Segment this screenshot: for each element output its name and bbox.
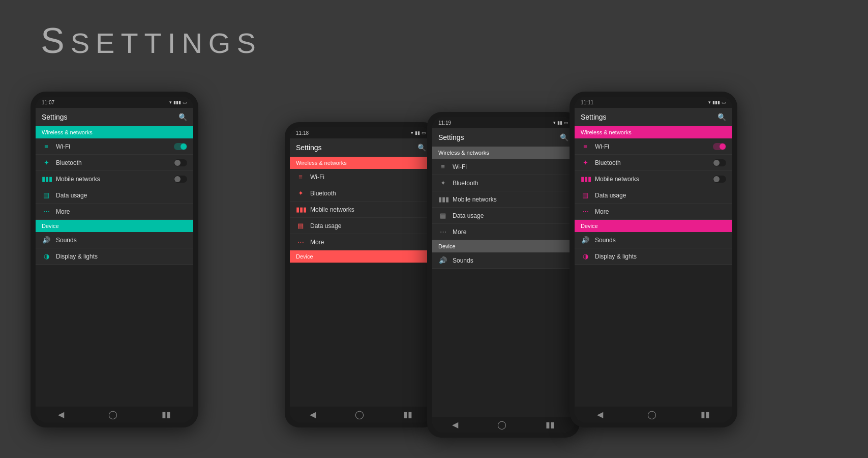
list-item-sounds-3[interactable]: 🔊 Sounds <box>432 252 575 269</box>
list-item-wifi-1[interactable]: ≡ Wi-Fi <box>36 138 193 155</box>
sounds-label-3: Sounds <box>453 257 568 264</box>
status-time-3: 11:19 <box>438 120 451 126</box>
app-bar-3: Settings 🔍 <box>432 128 575 147</box>
phone-3-screen: 11:19 ▾ ▮▮ ▭ Settings 🔍 Wireless & netwo… <box>432 117 575 433</box>
mobile-label-4: Mobile networks <box>595 176 708 183</box>
data-icon-3: ▤ <box>438 212 447 219</box>
search-button-1[interactable]: 🔍 <box>178 113 187 121</box>
cell-signal-icon-3: ▮▮ <box>557 120 562 125</box>
mobile-label-3: Mobile networks <box>453 196 568 203</box>
list-item-mobile-4[interactable]: ▮▮▮ Mobile networks <box>575 171 732 187</box>
app-bar-2: Settings 🔍 <box>290 138 432 157</box>
settings-list-2: Wireless & networks ≡ Wi-Fi ✦ Bluetooth … <box>290 157 432 263</box>
list-item-data-3[interactable]: ▤ Data usage <box>432 208 575 224</box>
data-icon-2: ▤ <box>296 222 305 230</box>
recents-nav-3[interactable]: ▮▮ <box>546 420 555 430</box>
nav-bar-3: ◀ ◯ ▮▮ <box>432 417 575 433</box>
sounds-label-1: Sounds <box>56 237 187 244</box>
app-bar-4: Settings 🔍 <box>575 108 732 126</box>
bluetooth-label-4: Bluetooth <box>595 159 708 166</box>
mobile-icon-1: ▮▮▮ <box>42 175 51 183</box>
wifi-label-4: Wi-Fi <box>595 143 708 150</box>
back-nav-4[interactable]: ◀ <box>597 410 603 419</box>
status-bar-2: 11:18 ▾ ▮▮ ▭ <box>290 127 432 138</box>
recents-nav-4[interactable]: ▮▮ <box>701 410 710 419</box>
list-item-bluetooth-2[interactable]: ✦ Bluetooth <box>290 185 432 202</box>
wifi-toggle-1[interactable] <box>174 143 187 150</box>
section-device-4: Device <box>575 220 732 232</box>
back-nav-2[interactable]: ◀ <box>310 410 316 419</box>
home-nav-3[interactable]: ◯ <box>497 420 506 430</box>
search-button-4[interactable]: 🔍 <box>717 113 726 121</box>
phone-4: 11:11 ▾ ▮▮▮ ▭ Settings 🔍 Wireless & netw… <box>570 92 737 427</box>
list-item-bluetooth-3[interactable]: ✦ Bluetooth <box>432 175 575 191</box>
list-item-bluetooth-1[interactable]: ✦ Bluetooth <box>36 155 193 171</box>
search-button-3[interactable]: 🔍 <box>560 133 568 141</box>
home-nav-4[interactable]: ◯ <box>647 410 656 419</box>
cell-signal-icon-4: ▮▮▮ <box>712 100 720 105</box>
home-nav-1[interactable]: ◯ <box>108 410 117 419</box>
list-item-wifi-2[interactable]: ≡ Wi-Fi <box>290 169 432 185</box>
page-title: SSettings <box>41 20 262 61</box>
list-item-data-2[interactable]: ▤ Data usage <box>290 218 432 234</box>
nav-bar-4: ◀ ◯ ▮▮ <box>575 407 732 422</box>
wifi-label-2: Wi-Fi <box>310 174 426 181</box>
section-wireless-4: Wireless & networks <box>575 126 732 138</box>
app-bar-title-3: Settings <box>438 133 464 141</box>
section-device-2: Device <box>290 250 432 263</box>
phone-2: 11:18 ▾ ▮▮ ▭ Settings 🔍 Wireless & netwo… <box>285 122 437 427</box>
list-item-data-4[interactable]: ▤ Data usage <box>575 187 732 204</box>
list-item-mobile-1[interactable]: ▮▮▮ Mobile networks <box>36 171 193 187</box>
bluetooth-toggle-1[interactable] <box>174 159 187 166</box>
list-item-more-2[interactable]: ⋯ More <box>290 234 432 250</box>
display-label-1: Display & lights <box>56 253 187 260</box>
list-item-display-1[interactable]: ◑ Display & lights <box>36 248 193 265</box>
wifi-icon-3: ≡ <box>438 163 447 170</box>
list-item-bluetooth-4[interactable]: ✦ Bluetooth <box>575 155 732 171</box>
phone-4-screen: 11:11 ▾ ▮▮▮ ▭ Settings 🔍 Wireless & netw… <box>575 97 732 422</box>
sounds-icon-4: 🔊 <box>581 236 590 244</box>
bluetooth-toggle-4[interactable] <box>713 159 726 166</box>
list-item-mobile-3[interactable]: ▮▮▮ Mobile networks <box>432 191 575 208</box>
mobile-toggle-4[interactable] <box>713 176 726 183</box>
wifi-toggle-4[interactable] <box>713 143 726 150</box>
list-item-wifi-4[interactable]: ≡ Wi-Fi <box>575 138 732 155</box>
status-time-4: 11:11 <box>581 100 593 105</box>
data-icon-4: ▤ <box>581 191 590 199</box>
list-item-data-1[interactable]: ▤ Data usage <box>36 187 193 204</box>
list-item-more-3[interactable]: ⋯ More <box>432 224 575 240</box>
app-bar-1: Settings 🔍 <box>36 108 193 126</box>
settings-list-1: Wireless & networks ≡ Wi-Fi ✦ Bluetooth … <box>36 126 193 265</box>
wifi-label-3: Wi-Fi <box>453 163 568 170</box>
battery-icon-2: ▭ <box>422 130 426 135</box>
wifi-icon-4: ≡ <box>581 142 590 150</box>
recents-nav-1[interactable]: ▮▮ <box>162 410 171 419</box>
recents-nav-2[interactable]: ▮▮ <box>403 410 412 419</box>
list-item-wifi-3[interactable]: ≡ Wi-Fi <box>432 159 575 175</box>
list-item-display-4[interactable]: ◑ Display & lights <box>575 248 732 265</box>
bluetooth-icon-3: ✦ <box>438 179 447 187</box>
display-icon-4: ◑ <box>581 252 590 260</box>
more-icon-2: ⋯ <box>296 238 305 246</box>
list-item-mobile-2[interactable]: ▮▮▮ Mobile networks <box>290 202 432 218</box>
sounds-icon-1: 🔊 <box>42 236 51 244</box>
back-nav-1[interactable]: ◀ <box>58 410 64 419</box>
list-item-sounds-1[interactable]: 🔊 Sounds <box>36 232 193 248</box>
home-nav-2[interactable]: ◯ <box>355 410 364 419</box>
bluetooth-label-1: Bluetooth <box>56 159 169 166</box>
phone-3: 11:19 ▾ ▮▮ ▭ Settings 🔍 Wireless & netwo… <box>427 112 580 438</box>
phone-2-screen: 11:18 ▾ ▮▮ ▭ Settings 🔍 Wireless & netwo… <box>290 127 432 422</box>
app-bar-title-4: Settings <box>581 113 607 121</box>
back-nav-3[interactable]: ◀ <box>452 420 458 430</box>
app-bar-title-1: Settings <box>42 113 68 121</box>
wifi-signal-icon-3: ▾ <box>553 120 556 125</box>
phone-1: 11:07 ▾ ▮▮▮ ▭ Settings 🔍 Wireless & netw… <box>31 92 198 427</box>
search-button-2[interactable]: 🔍 <box>417 144 426 152</box>
mobile-toggle-1[interactable] <box>174 176 187 183</box>
section-device-1: Device <box>36 220 193 232</box>
more-label-4: More <box>595 208 726 215</box>
bluetooth-label-2: Bluetooth <box>310 190 426 197</box>
list-item-more-1[interactable]: ⋯ More <box>36 204 193 220</box>
list-item-more-4[interactable]: ⋯ More <box>575 204 732 220</box>
list-item-sounds-4[interactable]: 🔊 Sounds <box>575 232 732 248</box>
